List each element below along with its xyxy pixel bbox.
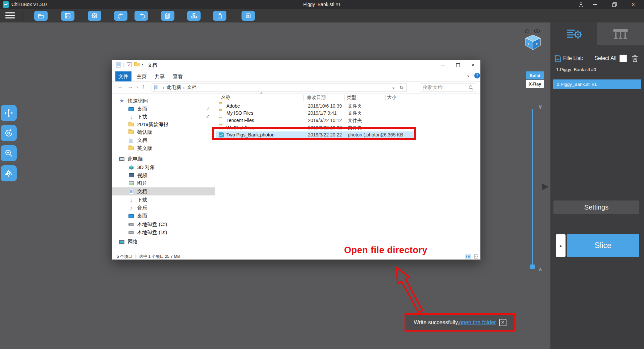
chevron-up-icon[interactable]: ∧ [538, 266, 543, 273]
tab-home[interactable]: 主页 [134, 71, 149, 81]
select-all-checkbox[interactable] [620, 55, 627, 62]
forward-button[interactable]: → [127, 83, 133, 90]
redo-button[interactable] [135, 11, 148, 21]
settings-button[interactable]: Settings [553, 200, 639, 214]
explorer-maximize-button[interactable] [450, 60, 466, 70]
nav-this-pc[interactable]: 此电脑 [112, 155, 215, 163]
slice-options-button[interactable]: ▲ [556, 234, 566, 257]
explorer-close-button[interactable]: × [466, 60, 481, 70]
nav-videos[interactable]: 视频 [112, 171, 215, 179]
close-button[interactable]: × [627, 0, 640, 9]
toast-close-icon[interactable]: ✕ [499, 319, 506, 326]
slice-button[interactable]: Slice [567, 234, 639, 257]
file-list-header: File List: Select All [550, 54, 644, 64]
screenshot-button[interactable] [88, 11, 101, 21]
address-field[interactable]: › 此电脑 › 文档 ∨ ↻ [152, 83, 407, 92]
thumbnail-view-button[interactable] [473, 254, 479, 259]
explorer-minimize-button[interactable] [435, 60, 450, 70]
breadcrumb-current[interactable]: 文档 [187, 84, 197, 91]
trash-icon[interactable] [632, 54, 638, 62]
move-tool-button[interactable] [1, 105, 17, 121]
nav-downloads[interactable]: ↓下载 [112, 113, 215, 121]
open-folder-link[interactable]: open the folder [459, 319, 496, 326]
quick-access-check-icon[interactable]: ✓ [127, 62, 131, 67]
folder-icon [219, 104, 219, 109]
video-icon [128, 173, 134, 177]
nav-3d-objects[interactable]: 3D 对象 [112, 163, 215, 171]
resin-tank-button[interactable] [213, 11, 226, 21]
layer-slider[interactable] [532, 109, 533, 267]
explorer-doc-icon [116, 62, 121, 68]
nav-drive-d[interactable]: 本地磁盘 (D:) [112, 228, 215, 236]
user-icon[interactable] [574, 0, 588, 9]
nav-quick-access[interactable]: ★快速访问 [112, 97, 215, 105]
column-header-date[interactable]: 修改日期 [307, 94, 326, 102]
document-icon [128, 138, 134, 143]
tab-view[interactable]: 查看 [170, 71, 185, 81]
tab-share[interactable]: 共享 [152, 71, 167, 81]
app-titlebar: ChiTuBox V1.3.0 Piggy_Bank.stl #1 × [0, 0, 644, 9]
annotation-highlight-file [212, 127, 416, 140]
search-icon[interactable] [469, 85, 473, 90]
address-dropdown-icon[interactable]: ∨ [392, 86, 394, 90]
file-row[interactable]: Adobe2018/10/6 10:39文件夹 [216, 103, 415, 110]
orientation-cube-icon[interactable]: L F [524, 34, 542, 51]
minimize-button[interactable] [588, 0, 602, 9]
view-cube[interactable]: L F [523, 29, 545, 52]
mirror-tool-button[interactable] [1, 165, 17, 181]
folder-icon[interactable] [134, 63, 140, 66]
nav-pictures[interactable]: 图片 [112, 179, 215, 187]
file-row[interactable]: Tencent Files2019/3/22 10:12文件夹 [216, 117, 415, 124]
rotate-tool-button[interactable] [1, 125, 17, 141]
column-header-type[interactable]: 类型 [347, 94, 356, 102]
nav-network[interactable]: 网络 [112, 238, 215, 246]
up-button[interactable]: ↑ [142, 83, 145, 90]
support-edit-button[interactable] [241, 11, 255, 21]
column-header-size[interactable]: 大小 [387, 94, 396, 102]
tab-file[interactable]: 文件 [115, 71, 131, 81]
nav-documents[interactable]: 文档 [112, 187, 215, 195]
nav-drive-c[interactable]: 本地磁盘 (C:) [112, 220, 215, 228]
nav-folder-confirm[interactable]: 确认版 [112, 128, 215, 136]
tab-file-settings[interactable] [550, 22, 597, 45]
nav-desktop-pc[interactable]: 桌面 [112, 212, 215, 220]
help-icon[interactable]: ? [474, 73, 480, 78]
nav-desktop[interactable]: 桌面 [112, 105, 215, 113]
home-icon[interactable] [525, 29, 530, 33]
back-button[interactable]: ← [117, 83, 123, 90]
nav-downloads-pc[interactable]: ↓下载 [112, 196, 215, 204]
nav-folder-english[interactable]: 英文版 [112, 144, 215, 152]
save-button[interactable] [61, 11, 74, 21]
clone-button[interactable] [161, 11, 174, 21]
ribbon-expand-icon[interactable]: ∨ [467, 73, 470, 78]
undo-button[interactable] [114, 11, 127, 21]
restore-button[interactable] [608, 0, 621, 9]
search-input[interactable]: 搜索"文档" [420, 83, 476, 92]
file-list-item-selected[interactable]: 2.Piggy_Bank.stl #1 [553, 79, 641, 89]
tab-support[interactable] [597, 22, 644, 45]
details-view-button[interactable] [465, 254, 471, 259]
scale-tool-button[interactable] [1, 145, 17, 161]
crumb-separator: › [183, 85, 184, 90]
solid-mode-button[interactable]: Solid [526, 71, 544, 79]
eye-icon[interactable] [534, 29, 540, 33]
history-dropdown-icon[interactable]: ∨ [136, 85, 139, 89]
refresh-icon[interactable]: ↻ [399, 85, 404, 90]
file-list-item[interactable]: 1.Piggy_Bank.stl #0 [556, 67, 596, 72]
nav-folder-2019[interactable]: 2019新款海报 [112, 120, 215, 128]
file-row[interactable]: My ISO Files2019/1/7 9:41文件夹 [216, 110, 415, 117]
layer-slider-handle[interactable] [530, 265, 535, 269]
chevron-down-icon[interactable]: ▾ [142, 62, 143, 66]
nav-music[interactable]: ♪音乐 [112, 204, 215, 212]
open-file-button[interactable] [34, 11, 48, 21]
chevron-down-icon[interactable]: ∨ [538, 103, 543, 110]
hollow-button[interactable] [187, 11, 201, 21]
xray-mode-button[interactable]: X-Ray [526, 80, 544, 88]
menu-button[interactable] [5, 12, 15, 19]
panel-collapse-arrow[interactable]: ▶ [542, 181, 549, 191]
column-header-name[interactable]: 名称 [221, 94, 230, 102]
breadcrumb-root[interactable]: 此电脑 [167, 84, 181, 91]
document-title: Piggy_Bank.stl #1 [0, 2, 644, 7]
nav-documents-quick[interactable]: 文档 [112, 136, 215, 144]
file-list-pane: 名称 ∧ 修改日期 类型 大小 Adobe2018/10/6 10:39文件夹 … [215, 94, 481, 253]
